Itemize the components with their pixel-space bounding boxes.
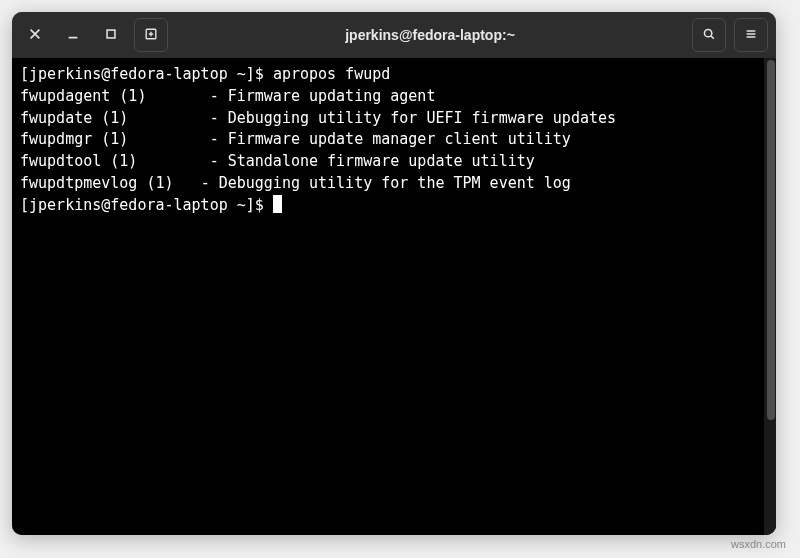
result-line: fwupdagent (1) - Firmware updating agent	[20, 86, 756, 108]
terminal-area: [jperkins@fedora-laptop ~]$ apropos fwup…	[12, 58, 776, 535]
titlebar-right	[692, 18, 768, 52]
maximize-icon	[104, 27, 118, 44]
man-desc: - Debugging utility for the TPM event lo…	[201, 174, 571, 192]
close-button[interactable]	[20, 20, 50, 50]
man-entry: fwupdate (1)	[20, 109, 128, 127]
result-line: fwupdate (1) - Debugging utility for UEF…	[20, 108, 756, 130]
close-icon	[28, 27, 42, 44]
scrollbar[interactable]	[764, 58, 776, 535]
man-entry: fwupdtpmevlog (1)	[20, 174, 174, 192]
menu-button[interactable]	[734, 18, 768, 52]
search-icon	[702, 27, 716, 44]
titlebar-left	[20, 18, 168, 52]
command-line: [jperkins@fedora-laptop ~]$ apropos fwup…	[20, 64, 756, 86]
maximize-button[interactable]	[96, 20, 126, 50]
scrollbar-thumb[interactable]	[767, 60, 775, 420]
shell-prompt: [jperkins@fedora-laptop ~]$	[20, 65, 273, 83]
hamburger-menu-icon	[744, 27, 758, 44]
window-title: jperkins@fedora-laptop:~	[174, 27, 686, 43]
man-desc: - Standalone firmware update utility	[210, 152, 535, 170]
svg-rect-0	[107, 30, 115, 38]
watermark-text: wsxdn.com	[731, 538, 786, 550]
typed-command: apropos fwupd	[273, 65, 390, 83]
shell-prompt: [jperkins@fedora-laptop ~]$	[20, 196, 273, 214]
prompt-line: [jperkins@fedora-laptop ~]$	[20, 195, 756, 217]
result-line: fwupdtpmevlog (1) - Debugging utility fo…	[20, 173, 756, 195]
man-desc: - Firmware updating agent	[210, 87, 436, 105]
titlebar: jperkins@fedora-laptop:~	[12, 12, 776, 58]
minimize-icon	[66, 27, 80, 44]
new-tab-button[interactable]	[134, 18, 168, 52]
man-entry: fwupdmgr (1)	[20, 130, 128, 148]
man-entry: fwupdtool (1)	[20, 152, 137, 170]
man-entry: fwupdagent (1)	[20, 87, 146, 105]
search-button[interactable]	[692, 18, 726, 52]
man-desc: - Firmware update manager client utility	[210, 130, 571, 148]
result-line: fwupdtool (1) - Standalone firmware upda…	[20, 151, 756, 173]
svg-point-2	[704, 29, 711, 36]
result-line: fwupdmgr (1) - Firmware update manager c…	[20, 129, 756, 151]
minimize-button[interactable]	[58, 20, 88, 50]
new-tab-icon	[144, 27, 158, 44]
terminal-output[interactable]: [jperkins@fedora-laptop ~]$ apropos fwup…	[12, 58, 764, 535]
man-desc: - Debugging utility for UEFI firmware up…	[210, 109, 616, 127]
terminal-window: jperkins@fedora-laptop:~ [jperkins@fedor…	[12, 12, 776, 535]
cursor-block	[273, 195, 282, 213]
